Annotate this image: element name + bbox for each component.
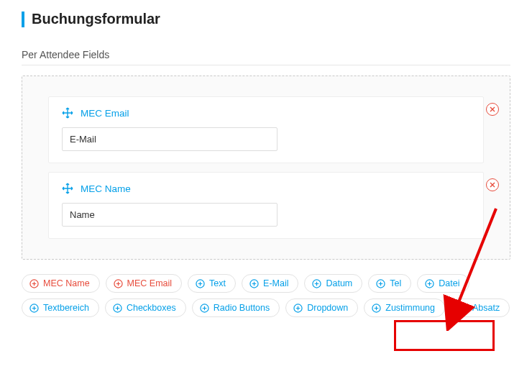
- chip-label: Datei: [439, 278, 459, 288]
- plus-circle-icon: [200, 304, 209, 313]
- chip-radio-buttons[interactable]: Radio Buttons: [192, 298, 280, 317]
- close-icon: [490, 106, 495, 112]
- page-title-row: Buchungsformular: [22, 11, 510, 27]
- chip-label: Tel: [390, 278, 401, 288]
- plus-circle-icon: [372, 304, 381, 313]
- section-label: Per Attendee Fields: [22, 49, 510, 65]
- chip-label: MEC Email: [127, 278, 173, 288]
- chip-mec-email[interactable]: MEC Email: [106, 274, 183, 293]
- plus-circle-icon: [29, 304, 39, 313]
- plus-circle-icon: [29, 279, 39, 288]
- chip-datum[interactable]: Datum: [304, 274, 362, 293]
- field-header-label: MEC Email: [81, 108, 129, 119]
- plus-circle-icon: [425, 279, 434, 288]
- plus-circle-icon: [114, 279, 123, 288]
- chip-absatz[interactable]: Absatz: [451, 298, 510, 317]
- plus-circle-icon: [293, 304, 303, 313]
- chip-datei[interactable]: Datei: [417, 274, 469, 293]
- chip-text[interactable]: Text: [188, 274, 236, 293]
- chip-label: Zustimmung: [385, 303, 435, 313]
- chip-label: Datum: [326, 278, 352, 288]
- field-header-label: MEC Name: [81, 183, 131, 194]
- plus-circle-icon: [376, 279, 385, 288]
- chip-label: Checkboxes: [127, 303, 176, 313]
- field-drag-handle[interactable]: MEC Name: [62, 183, 470, 194]
- chip-label: Absatz: [472, 303, 500, 313]
- chip-e-mail[interactable]: E-Mail: [242, 274, 298, 293]
- title-accent-bar: [22, 12, 24, 27]
- plus-circle-icon: [312, 279, 321, 288]
- plus-circle-icon: [196, 279, 205, 288]
- field-input-name[interactable]: [62, 203, 278, 227]
- plus-circle-icon: [249, 279, 259, 288]
- chip-tel[interactable]: Tel: [368, 274, 411, 293]
- move-icon: [62, 107, 73, 119]
- chip-label: Text: [209, 278, 226, 288]
- chip-mec-name[interactable]: MEC Name: [22, 274, 100, 293]
- field-input-email[interactable]: [62, 127, 278, 151]
- close-icon: [490, 182, 495, 188]
- annotation-highlight: [394, 320, 495, 351]
- chip-label: Textbereich: [43, 303, 89, 313]
- plus-circle-icon: [113, 304, 122, 313]
- chip-textbereich[interactable]: Textbereich: [22, 298, 99, 317]
- chip-zustimmung[interactable]: Zustimmung: [364, 298, 445, 317]
- plus-circle-icon: [459, 304, 468, 313]
- chip-dropdown[interactable]: Dropdown: [285, 298, 358, 317]
- chip-label: Dropdown: [307, 303, 348, 313]
- field-drag-handle[interactable]: MEC Email: [62, 107, 470, 119]
- fields-container: MEC Email MEC Name: [22, 76, 510, 260]
- remove-button[interactable]: [486, 103, 499, 116]
- chip-label: MEC Name: [43, 278, 90, 288]
- remove-button[interactable]: [486, 178, 499, 191]
- chip-label: E-Mail: [263, 278, 288, 288]
- field-type-chips: MEC NameMEC EmailTextE-MailDatumTelDatei…: [22, 274, 510, 317]
- chip-label: Radio Buttons: [214, 303, 270, 313]
- chip-checkboxes[interactable]: Checkboxes: [105, 298, 186, 317]
- move-icon: [62, 183, 73, 194]
- field-card-mec-email: MEC Email: [48, 96, 484, 163]
- page-title: Buchungsformular: [32, 11, 160, 27]
- field-card-mec-name: MEC Name: [48, 172, 484, 239]
